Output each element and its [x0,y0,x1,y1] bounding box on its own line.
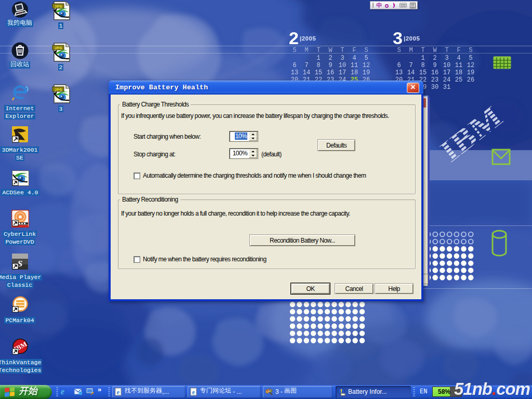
svg-text:e: e [192,389,195,396]
svg-text:JPG: JPG [55,46,62,50]
svg-text:e: e [117,389,120,396]
svg-text:JPG: JPG [55,87,62,92]
svg-text:JPG: JPG [55,4,62,9]
